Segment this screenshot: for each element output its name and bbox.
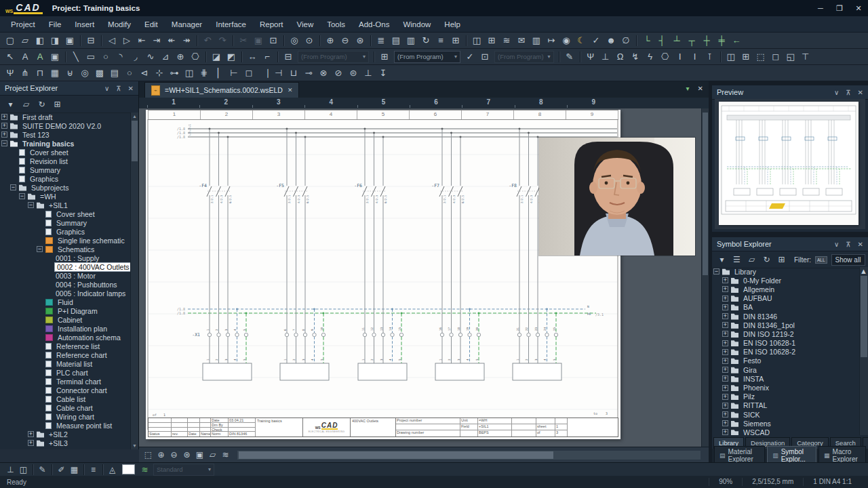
document-horizontal-scrollbar[interactable] [237, 451, 701, 460]
save-as-button[interactable]: ◨ [47, 34, 62, 47]
project-tree-item-training-basics[interactable]: −Training basics [0, 139, 131, 148]
image-reference-button[interactable]: ◩ [224, 50, 239, 64]
nav-forward-button[interactable]: ▷ [119, 34, 134, 47]
symbol-tree-item-ba[interactable]: +BA [712, 303, 860, 312]
project-tree-item-cover-sheet[interactable]: −Cover sheet [0, 209, 131, 218]
sym-motor-s-button[interactable]: ⊘ [331, 66, 346, 80]
find-replace-button[interactable]: ⊙ [302, 34, 317, 47]
symbol-folders-button[interactable]: ▱ [745, 253, 758, 266]
symbol-tree-item-library[interactable]: −Library [712, 267, 860, 276]
zoom-window-button[interactable]: ⬚ [142, 448, 155, 462]
wire-t-up-button[interactable]: ┴ [669, 34, 684, 47]
expand-toggle-icon[interactable]: − [10, 184, 16, 190]
menu-item-edit[interactable]: Edit [138, 20, 165, 28]
sym-motor-x-button[interactable]: ⊗ [316, 66, 331, 80]
text-button[interactable]: A [18, 50, 33, 64]
project-tree-item-sil3[interactable]: ++SIL3 [0, 439, 131, 447]
close-preview-icon[interactable]: ✕ [858, 89, 863, 96]
style-picker-button[interactable]: ⊡ [477, 50, 492, 64]
project-tree-item-0002-400vac-outlets[interactable]: −0002 : 400VAC Outlets [0, 262, 131, 271]
close-symbols-icon[interactable]: ✕ [858, 241, 863, 248]
menu-item-manager[interactable]: Manager [165, 20, 209, 28]
collapse-preview-icon[interactable]: ∨ [834, 89, 839, 96]
minimize-button[interactable]: ─ [811, 0, 830, 16]
sym-lamp-2-button[interactable]: ⊸ [301, 66, 316, 80]
text-auto-button[interactable]: A [33, 50, 47, 64]
project-tree-item-schematics[interactable]: −Schematics [0, 245, 131, 253]
fill-color-button[interactable]: ◬ [106, 463, 119, 476]
symbol-tree-item-din-81346[interactable]: +DIN 81346 [712, 312, 860, 321]
symbol-tree-scrollbar[interactable]: ▲ ▼ [859, 267, 868, 435]
menu-item-project[interactable]: Project [4, 20, 42, 28]
filter-settings-button[interactable]: ☰ [730, 253, 743, 266]
project-tree-item-0001-supply[interactable]: −0001 : Supply [0, 253, 131, 262]
project-tree-item-graphics[interactable]: −Graphics [0, 174, 131, 183]
circle-button[interactable]: ○ [98, 50, 113, 64]
symbol-tree-item-gira[interactable]: +Gira [712, 365, 860, 374]
sym-motor-3ph-button[interactable]: ▩ [92, 66, 107, 80]
wire-t-left-button[interactable]: ┤ [654, 34, 669, 47]
polygon-button[interactable]: ⎔ [188, 50, 203, 64]
expand-toggle-icon[interactable]: + [722, 358, 728, 364]
project-tree-scrollbar[interactable]: ▲ ▼ [130, 113, 138, 449]
sym-contactor-button[interactable]: Ψ [3, 66, 18, 80]
project-tree-item-fluid[interactable]: −Fluid [0, 298, 131, 306]
project-tree-item-wiring-chart[interactable]: −Wiring chart [0, 412, 131, 421]
menu-item-tools[interactable]: Tools [320, 20, 352, 28]
symbol-surge-button[interactable]: ↯ [628, 50, 643, 64]
document-tab-close-icon[interactable]: ✕ [288, 87, 293, 94]
form-editor-button[interactable]: ▥ [529, 34, 544, 47]
expand-toggle-icon[interactable]: + [722, 375, 728, 382]
symbol-pin-2-button[interactable]: I [688, 50, 703, 64]
project-tree-item-0005-indicator-lamps[interactable]: −0005 : Indicator lamps [0, 289, 131, 298]
page-next-button[interactable]: ↠ [179, 34, 194, 47]
project-tree-item-p-i-diagram[interactable]: −P+I Diagram [0, 306, 131, 315]
nav-back-button[interactable]: ◁ [104, 34, 119, 47]
view-filter-icon[interactable]: ▾ [686, 85, 690, 92]
project-tree-item-measure-point-list[interactable]: −Measure point list [0, 421, 131, 430]
page-prev-button[interactable]: ↞ [164, 34, 179, 47]
open-button[interactable]: ▱ [18, 34, 33, 47]
project-tree-item-test-123[interactable]: +Test 123 [0, 130, 131, 139]
connector-box-button[interactable]: ⊞ [738, 50, 753, 64]
menu-item-window[interactable]: Window [396, 20, 437, 28]
curve-button[interactable]: ∿ [143, 50, 158, 64]
symbol-tree-item-en-iso-10628-1[interactable]: +EN ISO 10628-1 [712, 339, 860, 348]
menu-item-help[interactable]: Help [437, 20, 467, 28]
symbol-tree-item-insta[interactable]: +INSTA [712, 374, 860, 383]
sym-lamp-button[interactable]: ○ [122, 66, 137, 80]
project-tree-item-revision-list[interactable]: −Revision list [0, 157, 131, 165]
sym-separator-button[interactable]: ⎹ [256, 66, 271, 80]
print-button[interactable]: ⊟ [83, 34, 98, 47]
visibility-button[interactable]: ◉ [559, 34, 574, 47]
symbol-resistor-button[interactable]: Ω [613, 50, 628, 64]
symbol-tree-item-din-81346-1pol[interactable]: +DIN 81346_1pol [712, 321, 860, 329]
refresh-lists-button[interactable]: ↻ [418, 34, 433, 47]
preview-thumbnail[interactable] [719, 102, 859, 225]
project-tree-item-cable-chart[interactable]: −Cable chart [0, 403, 131, 412]
expand-toggle-icon[interactable]: + [722, 331, 728, 337]
menu-item-modify[interactable]: Modify [101, 20, 138, 28]
symbol-tree-item-festo[interactable]: +Festo [712, 357, 860, 365]
sym-socket-button[interactable]: ⊔ [286, 66, 301, 80]
expand-toggle-icon[interactable]: + [28, 431, 34, 437]
expand-toggle-icon[interactable]: − [19, 193, 25, 199]
snap-grid-button[interactable]: ⊥ [4, 463, 17, 476]
sym-contact-nc-button[interactable]: ⊣ [271, 66, 286, 80]
new-button[interactable]: ▢ [3, 34, 18, 47]
layer-view-button[interactable]: ≋ [219, 448, 232, 462]
close-panel-icon[interactable]: ✕ [128, 85, 134, 92]
menu-item-file[interactable]: File [42, 20, 68, 28]
sym-plug-button[interactable]: ⊶ [167, 66, 182, 80]
box-small-button[interactable]: ◻ [768, 50, 783, 64]
pen-style-button[interactable]: ✎ [36, 463, 49, 476]
wire-style-combo[interactable]: (From Program)▾ [394, 51, 460, 63]
expand-toggle-icon[interactable]: − [1, 140, 7, 146]
text-pin-button[interactable]: ⊤ [798, 50, 813, 64]
doc-check-button[interactable]: ✓ [589, 34, 604, 47]
wire-cross-double-button[interactable]: ╪ [714, 34, 729, 47]
filter-all-badge[interactable]: ALL [815, 256, 827, 264]
symbol-tree-item-en-iso-10628-2[interactable]: +EN ISO 10628-2 [712, 348, 860, 357]
project-tree-item-graphics[interactable]: −Graphics [0, 227, 131, 236]
collapse-panel-icon[interactable]: ∨ [104, 85, 109, 92]
